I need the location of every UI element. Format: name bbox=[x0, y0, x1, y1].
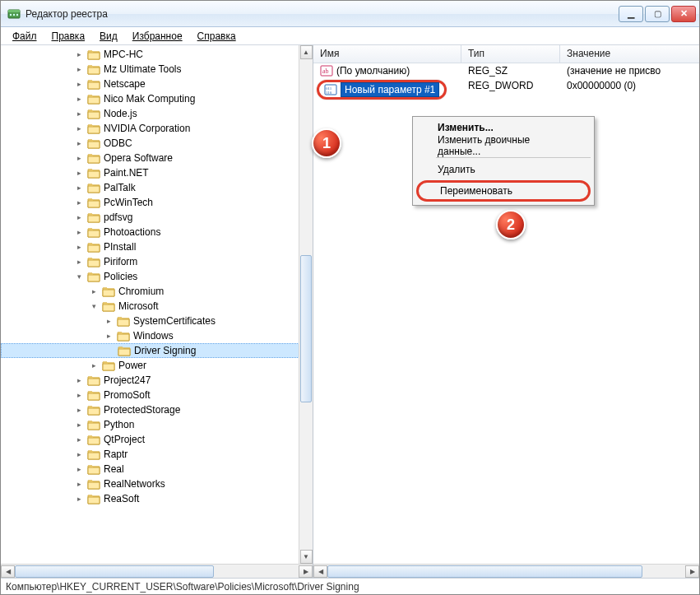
context-menu-modify-binary[interactable]: Изменить двоичные данные... bbox=[415, 137, 592, 155]
column-name[interactable]: Имя bbox=[313, 45, 461, 63]
menu-view[interactable]: Вид bbox=[93, 29, 124, 44]
context-menu-rename[interactable]: Переименовать bbox=[440, 185, 512, 197]
menu-file[interactable]: Файл bbox=[6, 29, 44, 44]
column-value[interactable]: Значение bbox=[560, 45, 699, 63]
tree-node[interactable]: ▸Netscape bbox=[1, 77, 313, 91]
tree-node[interactable]: ▸PcWinTech bbox=[1, 195, 313, 210]
value-row[interactable]: ab (По умолчанию) REG_SZ (значение не пр… bbox=[313, 63, 699, 78]
values-horizontal-scrollbar[interactable]: ◀ ▶ bbox=[313, 564, 699, 578]
expand-icon[interactable]: ▸ bbox=[75, 228, 84, 237]
tree-node[interactable]: ▾Policies bbox=[1, 269, 313, 284]
tree-node-label: PcWinTech bbox=[104, 197, 153, 208]
expand-icon[interactable]: ▸ bbox=[104, 317, 114, 326]
menu-help[interactable]: Справка bbox=[191, 29, 243, 44]
expand-icon[interactable]: ▸ bbox=[75, 109, 84, 119]
tree-node[interactable]: ▸Power bbox=[1, 358, 313, 373]
tree-node[interactable]: ▸Chromium bbox=[1, 284, 313, 299]
tree-node[interactable]: ▸Project247 bbox=[1, 373, 313, 388]
value-name-edit-field[interactable]: Новый параметр #1 bbox=[341, 82, 439, 97]
column-type[interactable]: Тип bbox=[461, 45, 560, 63]
expand-icon[interactable]: ▸ bbox=[75, 406, 84, 415]
tree-node[interactable]: ▸Piriform bbox=[1, 254, 313, 269]
binary-value-icon: 011110 bbox=[324, 83, 337, 96]
menu-favorites[interactable]: Избранное bbox=[126, 29, 189, 44]
svg-text:110: 110 bbox=[326, 91, 332, 95]
tree-node[interactable]: ▸Real bbox=[1, 462, 313, 476]
menu-edit[interactable]: Правка bbox=[45, 29, 92, 44]
tree-node[interactable]: ▸Windows bbox=[1, 328, 313, 343]
expand-icon[interactable]: ▸ bbox=[75, 65, 84, 74]
expand-icon[interactable]: ▸ bbox=[75, 243, 84, 252]
minimize-button[interactable] bbox=[619, 6, 643, 22]
tree-node[interactable]: ▸ODBC bbox=[1, 136, 313, 151]
expand-icon[interactable]: ▸ bbox=[90, 287, 99, 296]
folder-icon bbox=[87, 434, 100, 445]
tree-node[interactable]: ▸Opera Software bbox=[1, 151, 313, 165]
expand-icon[interactable]: ▸ bbox=[75, 169, 84, 178]
tree-node[interactable]: ▸Paint.NET bbox=[1, 165, 313, 180]
folder-icon bbox=[117, 315, 130, 327]
tree-node-label: ProtectedStorage bbox=[104, 404, 180, 416]
tree-node[interactable]: ▸QtProject bbox=[1, 432, 313, 447]
expand-icon[interactable]: ▸ bbox=[90, 361, 99, 370]
tree-node[interactable]: ▸MPC-HC bbox=[1, 47, 313, 62]
expand-icon[interactable]: ▸ bbox=[75, 50, 84, 59]
tree-node[interactable]: ▸Raptr bbox=[1, 447, 313, 462]
tree-node[interactable]: ▸NVIDIA Corporation bbox=[1, 121, 313, 136]
context-menu-delete[interactable]: Удалить bbox=[415, 160, 592, 179]
maximize-button[interactable] bbox=[645, 6, 670, 22]
expand-icon[interactable]: ▸ bbox=[75, 184, 84, 193]
tree-node[interactable]: ▸Node.js bbox=[1, 106, 313, 121]
tree-node[interactable]: ▸Photoactions bbox=[1, 225, 313, 239]
tree-node[interactable]: ▸pdfsvg bbox=[1, 210, 313, 225]
folder-icon bbox=[117, 330, 130, 342]
collapse-icon[interactable]: ▾ bbox=[75, 272, 84, 281]
expand-icon[interactable]: ▸ bbox=[104, 332, 114, 341]
tree-node[interactable]: ▸PromoSoft bbox=[1, 388, 313, 402]
folder-icon bbox=[87, 63, 100, 75]
tree-node[interactable]: ▸PInstall bbox=[1, 239, 313, 254]
expand-icon[interactable]: ▸ bbox=[75, 213, 84, 222]
tree-node-label: RealNetworks bbox=[104, 478, 165, 490]
tree-node[interactable]: ▸PalTalk bbox=[1, 180, 313, 195]
expand-icon[interactable]: ▸ bbox=[75, 139, 84, 148]
folder-icon bbox=[87, 108, 100, 119]
expand-icon[interactable]: ▸ bbox=[75, 124, 84, 133]
folder-icon bbox=[87, 419, 100, 430]
folder-icon bbox=[87, 137, 100, 149]
value-type: REG_SZ bbox=[461, 65, 560, 77]
expand-icon[interactable]: ▸ bbox=[75, 421, 84, 430]
tree-node[interactable]: ▸SystemCertificates bbox=[1, 314, 313, 328]
tree-node[interactable]: ▸ReaSoft bbox=[1, 491, 313, 506]
tree-node[interactable]: ▸RealNetworks bbox=[1, 476, 313, 491]
expand-icon[interactable]: ▸ bbox=[75, 435, 84, 444]
expand-icon[interactable]: ▸ bbox=[75, 198, 84, 207]
expand-icon[interactable]: ▸ bbox=[75, 95, 84, 104]
tree-horizontal-scrollbar[interactable]: ◀ ▶ bbox=[1, 564, 313, 578]
tree-node[interactable]: Driver Signing bbox=[1, 343, 313, 358]
close-button[interactable] bbox=[671, 6, 696, 22]
tree-node[interactable]: ▸ProtectedStorage bbox=[1, 402, 313, 417]
folder-icon bbox=[102, 286, 115, 297]
tree-node-label: PromoSoft bbox=[104, 389, 151, 401]
registry-tree[interactable]: ▸MPC-HC▸Mz Ultimate Tools▸Netscape▸Nico … bbox=[1, 45, 313, 564]
tree-node-label: Mz Ultimate Tools bbox=[104, 63, 181, 75]
context-menu-rename-highlight: Переименовать bbox=[416, 180, 591, 202]
collapse-icon[interactable]: ▾ bbox=[90, 302, 99, 311]
tree-node[interactable]: ▸Mz Ultimate Tools bbox=[1, 62, 313, 77]
expand-icon[interactable]: ▸ bbox=[75, 495, 84, 504]
tree-node[interactable]: ▸Nico Mak Computing bbox=[1, 91, 313, 106]
expand-icon[interactable]: ▸ bbox=[75, 258, 84, 267]
expand-icon[interactable]: ▸ bbox=[75, 154, 84, 163]
expand-icon[interactable]: ▸ bbox=[75, 465, 84, 474]
expand-icon[interactable]: ▸ bbox=[75, 80, 84, 89]
folder-icon bbox=[118, 345, 131, 356]
expand-icon[interactable]: ▸ bbox=[75, 480, 84, 489]
expand-icon[interactable]: ▸ bbox=[75, 391, 84, 400]
tree-node-label: MPC-HC bbox=[104, 49, 143, 60]
tree-node[interactable]: ▾Microsoft bbox=[1, 299, 313, 314]
tree-vertical-scrollbar[interactable]: ▲ ▼ bbox=[299, 45, 313, 564]
expand-icon[interactable]: ▸ bbox=[75, 376, 84, 385]
tree-node[interactable]: ▸Python bbox=[1, 417, 313, 432]
expand-icon[interactable]: ▸ bbox=[75, 450, 84, 459]
